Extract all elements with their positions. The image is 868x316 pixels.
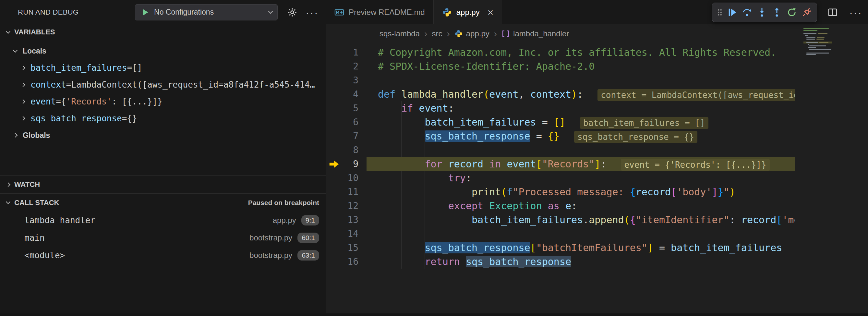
code-line-text: batch_item_failures.append({"itemIdentif… [367,213,795,227]
gutter-glyph [326,101,342,115]
more-actions-icon[interactable]: ··· [306,9,318,15]
code-line[interactable]: 5 if event: [326,101,795,115]
line-number: 3 [342,73,359,87]
gear-icon[interactable] [287,7,297,17]
variable-row[interactable]: sqs_batch_response = {} [0,110,326,127]
variables-section: VARIABLES Locals batch_item_failures = [… [0,24,326,175]
variable-row[interactable]: context = LambdaContext([aws_request_id=… [0,76,326,93]
close-icon[interactable]: × [488,7,494,18]
frame-file: bootstrap.py [249,233,292,242]
debug-toolbar [712,3,817,22]
code-line[interactable]: 13 batch_item_failures.append({"itemIden… [326,213,795,227]
breadcrumb-separator: › [445,29,451,39]
line-number: 8 [342,143,359,157]
code-line[interactable]: 12 except Exception as e: [326,199,795,213]
tab-preview-readme[interactable]: Preview README.md [326,0,434,24]
breadcrumb-folder[interactable]: src [432,29,442,38]
variable-name: batch_item_failures [30,63,127,73]
variables-header[interactable]: VARIABLES [0,24,326,40]
variable-value: {} [127,114,137,123]
gutter-glyph [326,129,342,143]
restart-icon[interactable] [785,5,799,20]
chevron-right-icon [6,182,10,187]
variables-title: VARIABLES [14,28,55,36]
tab-app-py[interactable]: app.py × [434,0,502,24]
code-line[interactable]: 1# Copyright Amazon.com, Inc. or its aff… [326,45,795,59]
disconnect-icon[interactable] [800,5,813,20]
chevron-right-icon [21,66,25,70]
tab-label: app.py [456,8,480,17]
line-number: 5 [342,101,359,115]
variable-value: : [{...}]} [112,97,162,106]
gutter-glyph [326,143,342,157]
code-line[interactable]: 7 sqs_batch_response = {}sqs_batch_respo… [326,129,795,143]
code-line-text: for record in event["Records"]:event = {… [367,157,795,171]
code-line[interactable]: 15 sqs_batch_response["batchItemFailures… [326,241,795,255]
locals-list: batch_item_failures = []context = Lambda… [0,59,326,127]
gutter-glyph [326,171,342,185]
code-lines: 1# Copyright Amazon.com, Inc. or its aff… [326,43,795,268]
scope-locals[interactable]: Locals [0,42,326,59]
vscode-window: RUN AND DEBUG No Configurations ··· VARI… [0,0,868,316]
debug-current-line-arrow [326,157,342,171]
scope-globals[interactable]: Globals [0,127,326,144]
minimap[interactable] [803,28,832,56]
code-line[interactable]: 2# SPDX-License-Identifier: Apache-2.0 [326,59,795,73]
code-line-text: batch_item_failures = []batch_item_failu… [367,115,795,129]
code-editor[interactable]: 1# Copyright Amazon.com, Inc. or its aff… [326,43,868,313]
line-number: 10 [342,171,359,185]
code-line[interactable]: 11 print(f"Processed message: {record['b… [326,185,795,199]
step-out-icon[interactable] [770,5,784,20]
variable-row[interactable]: batch_item_failures = [] [0,59,326,76]
step-over-icon[interactable] [740,5,754,20]
line-number: 14 [342,227,359,241]
code-line[interactable]: 14 [326,227,795,241]
call-stack-frame[interactable]: mainbootstrap.py60:1 [0,229,326,247]
code-line-text: return sqs_batch_response [367,255,795,268]
call-stack-frame[interactable]: <module>bootstrap.py63:1 [0,247,326,264]
line-number: 6 [342,115,359,129]
breadcrumb-separator: › [493,29,498,39]
frame-line-badge: 60:1 [298,232,319,243]
code-line[interactable]: 9 for record in event["Records"]:event =… [326,157,795,171]
split-editor-icon[interactable] [828,7,838,17]
breadcrumb-file[interactable]: app.py [466,29,490,38]
debug-config-dropdown[interactable]: No Configurations [135,4,278,21]
code-line-text: if event: [367,101,795,115]
code-line[interactable]: 10 try: [326,171,795,185]
continue-icon[interactable] [725,5,739,20]
more-actions-icon[interactable]: ··· [849,9,862,15]
drag-handle-icon[interactable] [716,5,724,20]
code-line[interactable]: 6 batch_item_failures = []batch_item_fai… [326,115,795,129]
inline-debug-value: context = LambdaContext([aws_request_id=… [597,89,795,101]
call-stack-header[interactable]: CALL STACK Paused on breakpoint [0,194,326,212]
chevron-down-icon [268,9,273,13]
code-line[interactable]: 16 return sqs_batch_response [326,255,795,268]
variable-name: event [30,97,56,106]
line-number: 9 [342,157,359,171]
variables-tree: Locals batch_item_failures = []context =… [0,42,326,144]
watch-header[interactable]: WATCH [0,176,326,193]
code-line[interactable]: 3 [326,73,795,87]
code-line[interactable]: 8 [326,143,795,157]
line-number: 15 [342,241,359,255]
start-debug-icon[interactable] [141,8,150,17]
variable-name: sqs_batch_response [30,114,122,123]
code-line-text: # SPDX-License-Identifier: Apache-2.0 [367,59,795,73]
code-line-text: # Copyright Amazon.com, Inc. or its affi… [367,45,795,59]
frame-name: main [24,233,45,243]
window-bottom-edge [0,313,868,316]
variable-row[interactable]: event = {'Records': [{...}]} [0,93,326,110]
watch-section: WATCH [0,175,326,193]
breadcrumb-project[interactable]: sqs-lambda [379,29,420,38]
step-into-icon[interactable] [755,5,769,20]
call-stack-frame[interactable]: lambda_handlerapp.py9:1 [0,212,326,229]
gutter-glyph [326,59,342,73]
inline-debug-value: batch_item_failures = [] [580,117,708,129]
call-stack-section: CALL STACK Paused on breakpoint lambda_h… [0,193,326,264]
line-number: 4 [342,87,359,101]
gutter-glyph [326,45,342,59]
code-line[interactable]: 4def lambda_handler(event, context):cont… [326,87,795,101]
breadcrumb-symbol[interactable]: lambda_handler [513,29,569,38]
line-number: 11 [342,185,359,199]
